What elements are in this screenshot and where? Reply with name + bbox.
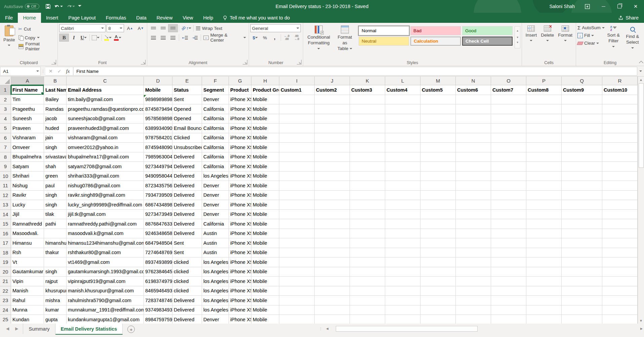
cell-P25[interactable] [526,315,562,324]
fill-button[interactable]: ↓ Fill [577,32,605,39]
format-cells-button[interactable]: Format [556,24,574,59]
cell-E16[interactable]: Delivered [172,229,202,239]
tab-formulas[interactable]: Formulas [101,13,131,23]
cell-C13[interactable]: lucky_singh99989@rediffmail.com [67,200,144,210]
redo-dropdown-icon[interactable] [72,6,75,8]
cell-C9[interactable]: satyam2708@gmail.com [67,162,144,172]
cell-A23[interactable]: Rahul [11,296,44,305]
cell-I16[interactable] [279,229,315,239]
cell-M6[interactable] [420,133,456,143]
cell-N20[interactable] [456,267,491,277]
font-color-button[interactable]: A [113,34,122,42]
cell-E13[interactable]: Delivered [172,200,202,210]
cell-E1[interactable]: Status [172,85,202,95]
cell-N18[interactable] [456,248,491,258]
cancel-entry-icon[interactable]: ✕ [49,68,53,74]
cell-D15[interactable]: 8876847633 [144,219,172,229]
cell-P21[interactable] [526,277,562,286]
select-all-corner[interactable] [0,77,11,85]
undo-dropdown-icon[interactable] [60,6,63,8]
cell-A17[interactable]: Himansu [11,238,44,248]
cell-I5[interactable] [279,124,315,133]
cell-E19[interactable]: clicked [172,257,202,267]
top-align-button[interactable] [149,24,158,32]
shrink-font-button[interactable]: A▼ [136,24,146,32]
cell-R22[interactable] [602,286,638,296]
cell-N11[interactable] [456,181,491,191]
cell-J11[interactable] [315,181,350,191]
scroll-up-icon[interactable]: ▲ [639,77,643,83]
cell-M18[interactable] [420,248,456,258]
cell-Q1[interactable]: Custom9 [562,85,602,95]
cell-Q3[interactable] [562,104,602,114]
cell-B18[interactable]: thakur [44,248,67,258]
cell-H24[interactable]: Mobile [251,305,279,315]
column-header-Q[interactable]: Q [562,77,602,85]
cell-B22[interactable]: khusrupur [44,286,67,296]
cell-D18[interactable]: 7274648769 [144,248,172,258]
cell-F13[interactable]: Denver [202,200,229,210]
cell-N12[interactable] [456,191,491,200]
cell-I6[interactable] [279,133,315,143]
cell-N9[interactable] [456,162,491,172]
cell-G8[interactable]: iPhone XS [229,152,251,162]
cell-M8[interactable] [420,152,456,162]
cell-R19[interactable] [602,257,638,267]
cell-J8[interactable] [315,152,350,162]
cell-J18[interactable] [315,248,350,258]
cell-J13[interactable] [315,200,350,210]
cell-H22[interactable]: Mobile [251,286,279,296]
cell-style-neutral[interactable]: Neutral [359,37,409,46]
vertical-scrollbar-thumb[interactable] [639,83,644,168]
cell-R7[interactable] [602,143,638,152]
cell-A4[interactable]: Suneesh [11,114,44,124]
cell-F1[interactable]: Segment [202,85,229,95]
cell-D20[interactable]: 9762384645 [144,267,172,277]
cell-G20[interactable]: iPhone XS [229,267,251,277]
cell-C21[interactable]: vipinrajput919@gmail.com [67,277,144,286]
cell-G22[interactable]: iPhone XS [229,286,251,296]
cell-R1[interactable]: Custom10 [602,85,638,95]
cell-K18[interactable] [350,248,385,258]
cell-A22[interactable]: Manish [11,286,44,296]
column-header-R[interactable]: R [602,77,638,85]
row-header-22[interactable]: 22 [0,286,11,296]
cell-D10[interactable]: 9490958044 [144,172,172,181]
cell-C19[interactable]: vt1469@gmail.com [67,257,144,267]
clipboard-dialog-launcher[interactable]: ↘ [51,60,56,64]
cell-J22[interactable] [315,286,350,296]
row-header-19[interactable]: 19 [0,257,11,267]
cell-O9[interactable] [491,162,526,172]
paste-button[interactable]: Paste [1,24,17,59]
increase-decimal-button[interactable]: ←.0.00 [282,34,292,42]
cell-K4[interactable] [350,114,385,124]
cut-button[interactable]: ✂Cut [17,25,56,33]
cell-R21[interactable] [602,277,638,286]
cell-K3[interactable] [350,104,385,114]
cell-Q2[interactable] [562,95,602,105]
cell-M15[interactable] [420,219,456,229]
cell-F23[interactable]: los Angeles [202,296,229,305]
cell-K24[interactable] [350,305,385,315]
cell-G17[interactable]: iPhone XS [229,238,251,248]
cell-R3[interactable] [602,104,638,114]
cell-F10[interactable]: los Angeles [202,172,229,181]
cell-B16[interactable] [44,229,67,239]
cell-G5[interactable]: iPhone XS [229,124,251,133]
cell-J23[interactable] [315,296,350,305]
cell-H12[interactable]: Mobile [251,191,279,200]
cell-I11[interactable] [279,181,315,191]
bold-button[interactable]: B [59,34,69,42]
cell-A20[interactable]: Gautamkumar [11,267,44,277]
cell-M2[interactable] [420,95,456,105]
cell-E8[interactable]: Delivered [172,152,202,162]
cell-C16[interactable]: masoodvali.k@gmail.com [67,229,144,239]
cell-P7[interactable] [526,143,562,152]
cell-M7[interactable] [420,143,456,152]
cell-B6[interactable]: jain [44,133,67,143]
decrease-indent-button[interactable]: ⇤ [180,34,190,42]
cell-R8[interactable] [602,152,638,162]
column-header-I[interactable]: I [279,77,315,85]
font-size-select[interactable]: 8 [107,24,124,32]
cell-D23[interactable]: 7283748746 [144,296,172,305]
